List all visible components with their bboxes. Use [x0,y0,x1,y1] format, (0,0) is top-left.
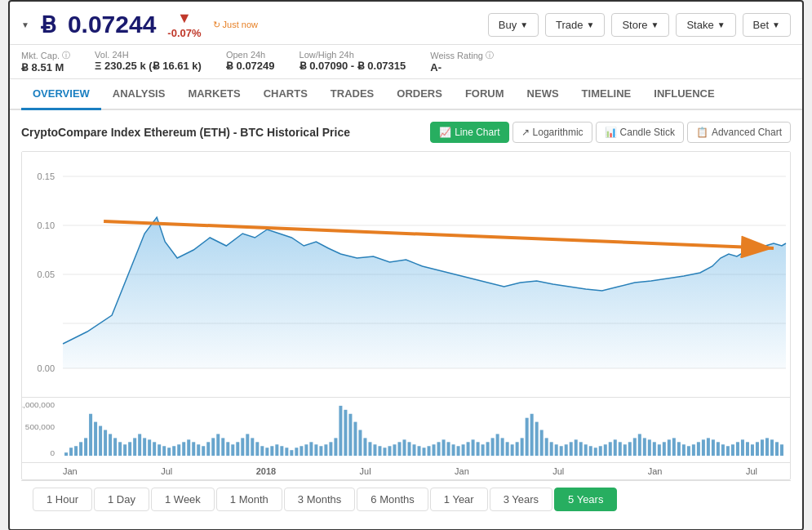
svg-rect-27 [128,442,131,456]
svg-text:0: 0 [50,448,55,457]
svg-rect-19 [89,414,92,456]
svg-rect-104 [506,442,509,456]
chart-type-btn-logarithmic[interactable]: ↗Logarithmic [512,122,592,143]
last-updated: ↻ Just now [213,20,258,30]
nav-btn-stake[interactable]: Stake ▼ [676,13,735,37]
svg-rect-106 [516,442,519,456]
svg-rect-116 [565,444,568,456]
time-btn-1-hour[interactable]: 1 Hour [33,488,92,511]
tab-orders[interactable]: ORDERS [385,79,454,110]
svg-rect-38 [182,442,185,456]
svg-rect-36 [172,446,175,456]
svg-rect-155 [756,442,759,456]
svg-rect-97 [472,439,475,456]
price-value: 0.07244 [68,11,156,38]
svg-rect-83 [402,439,406,456]
nav-btn-trade[interactable]: Trade ▼ [545,13,605,37]
bet-label: Bet [753,19,770,31]
x-axis-labels: JanJul2018JulJanJulJanJul [22,462,790,479]
time-btn-6-months[interactable]: 6 Months [357,488,428,511]
chart-type-btn-line-chart[interactable]: 📈Line Chart [430,122,508,143]
x-axis-label: Jan [63,466,78,476]
svg-rect-17 [79,442,82,456]
stat-value: Ξ 230.25 k (Ƀ 16.61 k) [95,60,202,72]
chart-type-label: Candle Stick [620,127,675,138]
tab-forum[interactable]: FORUM [454,79,516,110]
svg-rect-101 [491,438,495,456]
svg-rect-14 [64,452,68,456]
svg-rect-32 [153,442,156,456]
svg-rect-78 [378,446,381,456]
tab-markets[interactable]: MARKETS [176,79,251,110]
svg-rect-76 [368,442,371,456]
chart-title: CryptoCompare Index Ethereum (ETH) - BTC… [21,126,350,139]
svg-rect-130 [633,438,637,456]
chart-type-btn-advanced-chart[interactable]: 📋Advanced Chart [687,122,791,143]
stat-label: Open 24h [226,50,275,60]
info-icon[interactable]: ⓘ [62,50,70,61]
svg-text:0.10: 0.10 [38,220,55,230]
svg-rect-159 [775,442,779,456]
svg-rect-66 [319,446,322,456]
svg-text:0.05: 0.05 [38,269,55,279]
tab-trades[interactable]: TRADES [319,79,385,110]
svg-rect-30 [143,438,146,456]
dropdown-arrow-icon: ▼ [21,20,29,29]
svg-rect-44 [211,438,215,456]
tab-news[interactable]: NEWS [516,79,570,110]
svg-rect-60 [290,450,293,456]
svg-rect-93 [452,444,455,456]
svg-rect-121 [589,446,592,456]
change-percent: -0.07% [167,27,201,39]
trade-label: Trade [556,19,583,31]
stat-label: Weiss Rating ⓘ [430,50,494,61]
svg-rect-28 [133,438,136,456]
stat-item: Open 24h Ƀ 0.07249 [226,50,275,73]
tab-charts[interactable]: CHARTS [252,79,319,110]
svg-rect-31 [148,439,151,456]
tab-timeline[interactable]: TIMELINE [570,79,643,110]
svg-rect-119 [579,442,583,456]
svg-rect-41 [197,444,200,456]
chart-type-btn-candle-stick[interactable]: 📊Candle Stick [596,122,684,143]
chart-section: CryptoCompare Index Ethereum (ETH) - BTC… [10,110,802,529]
svg-text:0.15: 0.15 [38,171,55,181]
time-btn-3-years[interactable]: 3 Years [490,488,552,511]
svg-rect-24 [113,438,117,456]
svg-rect-69 [334,438,337,456]
time-btn-1-week[interactable]: 1 Week [151,488,215,511]
svg-rect-113 [550,442,553,456]
svg-rect-117 [570,442,573,456]
svg-rect-99 [481,444,485,456]
svg-rect-141 [687,446,690,456]
chart-icon: ↗ [521,127,530,138]
tab-influence[interactable]: INFLUENCE [642,79,725,110]
nav-btn-buy[interactable]: Buy ▼ [488,13,539,37]
x-axis-label: Jul [746,466,757,476]
svg-rect-124 [604,444,607,456]
svg-rect-147 [717,442,720,456]
time-btn-1-year[interactable]: 1 Year [430,488,488,511]
svg-rect-152 [741,439,744,456]
svg-rect-65 [314,444,317,456]
stat-label: Mkt. Cap. ⓘ [21,50,70,61]
chart-type-label: Line Chart [455,127,499,138]
info-icon[interactable]: ⓘ [486,50,494,61]
nav-btn-bet[interactable]: Bet ▼ [743,13,791,37]
chart-type-label: Advanced Chart [712,127,782,138]
time-btn-1-month[interactable]: 1 Month [216,488,282,511]
price-dropdown[interactable]: ▼ [21,20,29,29]
time-btn-5-years[interactable]: 5 Years [554,488,617,511]
nav-btn-store[interactable]: Store ▼ [611,13,669,37]
svg-rect-74 [358,430,362,457]
svg-text:500,000: 500,000 [25,423,55,432]
svg-rect-48 [231,444,234,456]
time-btn-1-day[interactable]: 1 Day [94,488,149,511]
tab-overview[interactable]: OVERVIEW [21,79,101,110]
time-btn-3-months[interactable]: 3 Months [284,488,355,511]
svg-rect-123 [599,446,602,456]
tab-analysis[interactable]: ANALYSIS [101,79,177,110]
svg-rect-55 [265,448,268,456]
svg-rect-21 [99,426,102,457]
chevron-down-icon: ▼ [772,20,780,29]
